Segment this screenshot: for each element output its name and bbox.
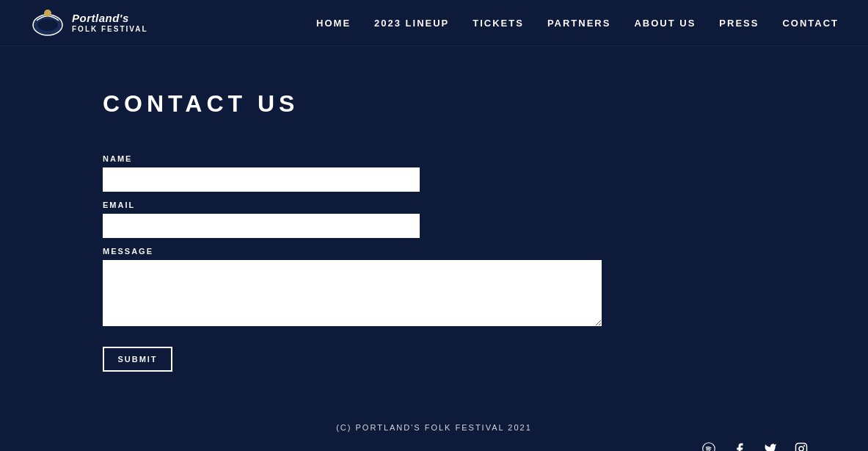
email-input[interactable] [103,214,420,238]
page-title: CONTACT US [103,90,765,118]
instagram-icon[interactable] [793,441,809,451]
submit-button[interactable]: SUBMIT [103,347,172,372]
name-field-group: NAME [103,154,765,192]
main-nav: HOME 2023 LINEUP TICKETS PARTNERS ABOUT … [316,18,839,29]
name-label: NAME [103,154,765,163]
logo-text: Portland's Folk Festival [72,12,148,33]
site-footer: (C) PORTLAND'S FOLK FESTIVAL 2021 [0,423,868,451]
nav-press[interactable]: PRESS [719,18,759,29]
svg-point-6 [803,445,805,447]
logo[interactable]: Portland's Folk Festival [29,4,148,41]
logo-image [29,4,66,41]
nav-lineup[interactable]: 2023 LINEUP [374,18,449,29]
logo-top-text: Portland's [72,12,148,25]
svg-point-1 [37,19,58,31]
social-icons-container [29,441,839,451]
nav-contact[interactable]: CONTACT [782,18,839,29]
name-input[interactable] [103,167,420,192]
logo-bottom-text: Folk Festival [72,25,148,33]
nav-tickets[interactable]: TICKETS [473,18,524,29]
message-field-group: MESSAGE [103,247,765,326]
footer-copyright: (C) PORTLAND'S FOLK FESTIVAL 2021 [336,423,532,432]
message-textarea[interactable] [103,260,602,326]
nav-partners[interactable]: PARTNERS [547,18,611,29]
site-header: Portland's Folk Festival HOME 2023 LINEU… [0,0,868,46]
nav-home[interactable]: HOME [316,18,351,29]
nav-about[interactable]: ABOUT US [634,18,696,29]
spotify-icon[interactable] [701,441,717,451]
message-label: MESSAGE [103,247,765,256]
svg-point-5 [799,447,803,451]
main-content: CONTACT US NAME EMAIL MESSAGE SUBMIT [0,46,868,401]
email-label: EMAIL [103,201,765,209]
contact-form: NAME EMAIL MESSAGE SUBMIT [103,154,765,372]
facebook-icon[interactable] [732,441,748,451]
twitter-icon[interactable] [762,441,778,451]
email-field-group: EMAIL [103,201,765,238]
